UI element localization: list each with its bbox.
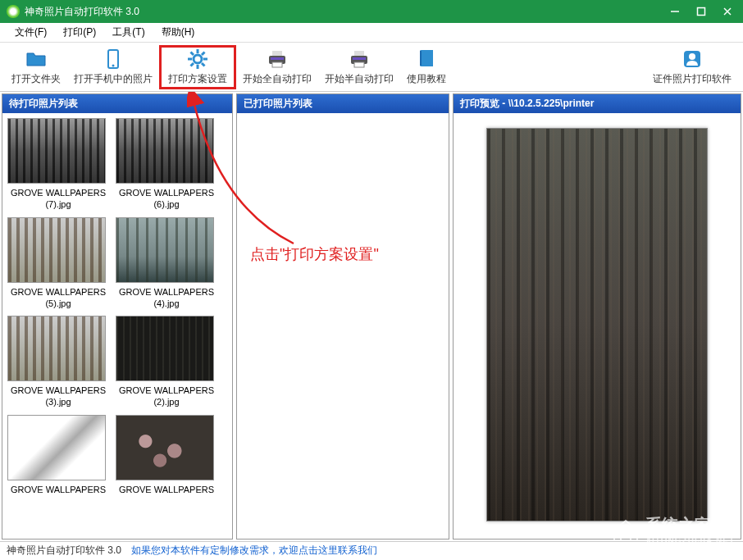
printer-icon	[266, 48, 289, 71]
thumb-item[interactable]: GROVE WALLPAPERS	[116, 415, 217, 495]
house-icon	[611, 517, 640, 542]
svg-rect-17	[272, 62, 282, 67]
svg-point-25	[689, 53, 695, 60]
preview-header: 打印预览 - \\10.2.5.225\printer	[454, 94, 741, 113]
watermark-sub: XITONGZHIJIA.NET	[645, 536, 735, 545]
auto-print-button[interactable]: 开始全自动打印	[236, 45, 318, 89]
phone-icon	[102, 48, 125, 71]
open-folder-button[interactable]: 打开文件夹	[5, 45, 67, 89]
thumb-filename: GROVE WALLPAPERS	[7, 484, 109, 495]
thumb-filename: GROVE WALLPAPERS (3).jpg	[7, 385, 109, 408]
semi-auto-print-button[interactable]: 开始半自动打印	[318, 45, 400, 89]
svg-line-13	[202, 52, 205, 56]
thumb-image	[7, 316, 106, 381]
printed-header: 已打印照片列表	[237, 94, 449, 113]
thumb-filename: GROVE WALLPAPERS (5).jpg	[7, 286, 109, 310]
open-folder-label: 打开文件夹	[11, 72, 61, 86]
thumb-item[interactable]: GROVE WALLPAPERS (4).jpg	[116, 217, 217, 310]
status-contact-link[interactable]: 如果您对本软件有定制修改需求，欢迎点击这里联系我们	[131, 544, 377, 558]
status-app-name: 神奇照片自动打印软件 3.0	[7, 544, 121, 558]
svg-rect-1	[698, 8, 705, 16]
semi-auto-print-label: 开始半自动打印	[325, 72, 394, 86]
maximize-button[interactable]	[695, 6, 707, 17]
thumb-image	[116, 118, 214, 184]
thumb-item[interactable]: GROVE WALLPAPERS (2).jpg	[116, 316, 217, 408]
svg-point-5	[112, 65, 115, 67]
menu-tool[interactable]: 工具(T)	[104, 24, 153, 41]
printed-panel: 已打印照片列表	[236, 93, 449, 540]
printed-body[interactable]	[237, 113, 449, 539]
window-controls	[669, 6, 733, 17]
thumb-filename: GROVE WALLPAPERS	[116, 484, 217, 495]
tutorial-button[interactable]: 使用教程	[400, 45, 453, 89]
svg-rect-20	[354, 51, 364, 56]
toolbar: 打开文件夹 打开手机中的照片 打印方案设置 开始全自动打印 开始半自动打印 使用…	[0, 43, 743, 92]
print-settings-button[interactable]: 打印方案设置	[159, 45, 236, 89]
pending-header: 待打印照片列表	[2, 94, 232, 113]
watermark: 系统之家 XITONGZHIJIA.NET	[611, 514, 735, 545]
thumb-filename: GROVE WALLPAPERS (7).jpg	[7, 187, 109, 211]
preview-body[interactable]	[454, 113, 741, 539]
id-photo-label: 证件照片打印软件	[653, 72, 732, 86]
pending-panel: 待打印照片列表 GROVE WALLPAPERS (7).jpgGROVE WA…	[2, 93, 233, 540]
thumb-filename: GROVE WALLPAPERS (2).jpg	[116, 385, 217, 408]
thumb-filename: GROVE WALLPAPERS (6).jpg	[116, 187, 217, 211]
close-button[interactable]	[722, 6, 733, 17]
printer-icon	[348, 48, 371, 71]
gear-icon	[186, 48, 209, 71]
thumb-image	[7, 217, 106, 283]
preview-image	[486, 128, 708, 521]
svg-rect-21	[354, 62, 364, 67]
menubar: 文件(F) 打印(P) 工具(T) 帮助(H)	[0, 23, 743, 43]
open-phone-label: 打开手机中的照片	[74, 72, 153, 86]
id-photo-button[interactable]: 证件照片打印软件	[646, 45, 738, 89]
person-icon	[681, 48, 704, 71]
thumb-item[interactable]: GROVE WALLPAPERS (7).jpg	[7, 118, 109, 211]
thumb-item[interactable]: GROVE WALLPAPERS (6).jpg	[116, 118, 217, 211]
thumb-item[interactable]: GROVE WALLPAPERS	[7, 415, 109, 495]
minimize-button[interactable]	[669, 6, 681, 17]
svg-rect-23	[420, 51, 422, 66]
thumb-image	[116, 415, 214, 480]
thumb-filename: GROVE WALLPAPERS (4).jpg	[116, 286, 217, 310]
titlebar: 神奇照片自动打印软件 3.0	[0, 0, 743, 23]
thumb-image	[7, 118, 106, 184]
thumb-image	[116, 316, 214, 381]
preview-panel: 打印预览 - \\10.2.5.225\printer	[453, 93, 741, 540]
svg-line-14	[191, 63, 194, 66]
menu-file[interactable]: 文件(F)	[7, 24, 55, 41]
app-icon	[7, 5, 20, 18]
svg-line-11	[191, 52, 194, 56]
svg-rect-18	[271, 57, 284, 60]
thumb-item[interactable]: GROVE WALLPAPERS (3).jpg	[7, 316, 109, 408]
watermark-main: 系统之家	[645, 514, 735, 536]
folder-icon	[25, 48, 48, 71]
tutorial-label: 使用教程	[407, 72, 446, 86]
svg-line-12	[202, 63, 205, 66]
thumb-image	[116, 217, 214, 283]
content-area: 待打印照片列表 GROVE WALLPAPERS (7).jpgGROVE WA…	[0, 92, 743, 541]
svg-rect-22	[353, 57, 366, 60]
thumb-image	[7, 415, 106, 480]
pending-body[interactable]: GROVE WALLPAPERS (7).jpgGROVE WALLPAPERS…	[2, 113, 232, 539]
thumb-item[interactable]: GROVE WALLPAPERS (5).jpg	[7, 217, 109, 310]
print-settings-label: 打印方案设置	[168, 72, 227, 86]
book-icon	[415, 48, 438, 71]
auto-print-label: 开始全自动打印	[243, 72, 312, 86]
open-phone-button[interactable]: 打开手机中的照片	[67, 45, 159, 89]
window-title: 神奇照片自动打印软件 3.0	[25, 5, 669, 19]
menu-print[interactable]: 打印(P)	[55, 24, 104, 41]
menu-help[interactable]: 帮助(H)	[153, 24, 203, 41]
svg-rect-16	[272, 51, 282, 56]
svg-point-6	[194, 55, 202, 63]
